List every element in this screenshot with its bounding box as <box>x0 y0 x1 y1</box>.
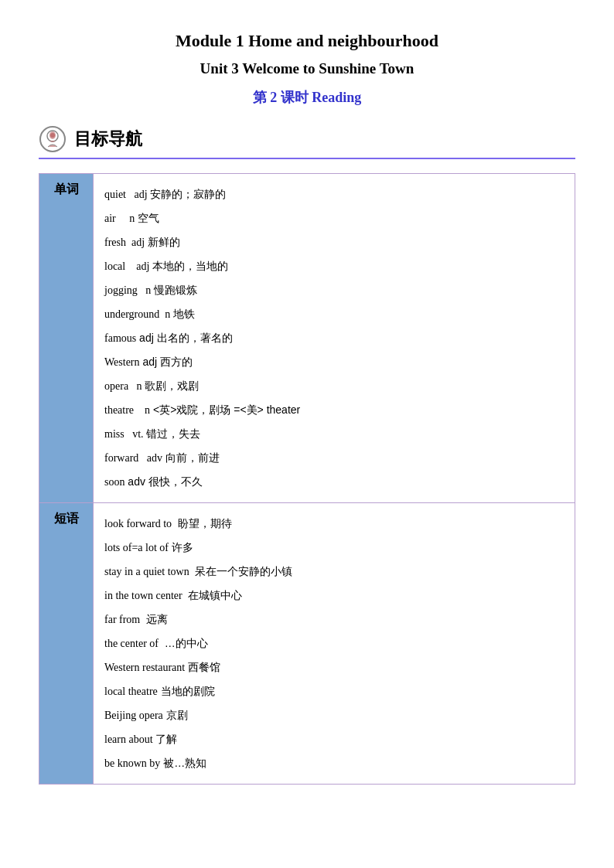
phrases-content: look forward to 盼望，期待 lots of=a lot of 许… <box>94 503 575 785</box>
unit-title: Unit 3 Welcome to Sunshine Town <box>39 60 575 77</box>
list-item: miss vt. 错过，失去 <box>104 423 564 445</box>
list-item: be known by 被…熟知 <box>104 752 564 774</box>
list-item: in the town center 在城镇中心 <box>104 584 564 607</box>
list-item: learn about 了解 <box>104 728 564 751</box>
section-header: 目标导航 <box>39 125 575 159</box>
table-row-phrases: 短语 look forward to 盼望，期待 lots of=a lot o… <box>39 503 575 785</box>
words-content: quiet adj 安静的；寂静的 air n 空气 fresh adj 新鲜的… <box>94 174 575 503</box>
list-item: the center of …的中心 <box>104 632 564 655</box>
list-item: opera n 歌剧，戏剧 <box>104 375 564 397</box>
list-item: famous adj 出名的，著名的 <box>104 327 564 349</box>
vocab-table: 单词 quiet adj 安静的；寂静的 air n 空气 fresh adj … <box>39 173 575 785</box>
list-item: Western restaurant 西餐馆 <box>104 656 564 679</box>
list-item: local theatre 当地的剧院 <box>104 680 564 703</box>
list-item: underground n 地铁 <box>104 303 564 325</box>
list-item: lots of=a lot of 许多 <box>104 536 564 559</box>
list-item: quiet adj 安静的；寂静的 <box>104 183 564 206</box>
list-item: stay in a quiet town 呆在一个安静的小镇 <box>104 560 564 583</box>
module-title: Module 1 Home and neighbourhood <box>39 31 575 51</box>
list-item: look forward to 盼望，期待 <box>104 512 564 535</box>
table-row-vocabulary: 单词 quiet adj 安静的；寂静的 air n 空气 fresh adj … <box>39 174 575 503</box>
list-item: Western adj 西方的 <box>104 351 564 373</box>
list-item: forward adv 向前，前进 <box>104 447 564 469</box>
list-item: air n 空气 <box>104 207 564 230</box>
target-icon <box>39 125 67 153</box>
list-item: theatre n <英>戏院，剧场 =<美> theater <box>104 399 564 421</box>
section-label: 目标导航 <box>74 128 142 151</box>
list-item: local adj 本地的，当地的 <box>104 255 564 277</box>
lesson-title: 第 2 课时 Reading <box>39 88 575 107</box>
list-item: Beijing opera 京剧 <box>104 704 564 727</box>
list-item: fresh adj 新鲜的 <box>104 231 564 254</box>
list-item: soon adv 很快，不久 <box>104 471 564 493</box>
svg-point-3 <box>50 133 55 138</box>
list-item: jogging n 慢跑锻炼 <box>104 279 564 301</box>
category-label-words: 单词 <box>39 174 94 503</box>
category-label-phrases: 短语 <box>39 503 94 785</box>
list-item: far from 远离 <box>104 608 564 631</box>
